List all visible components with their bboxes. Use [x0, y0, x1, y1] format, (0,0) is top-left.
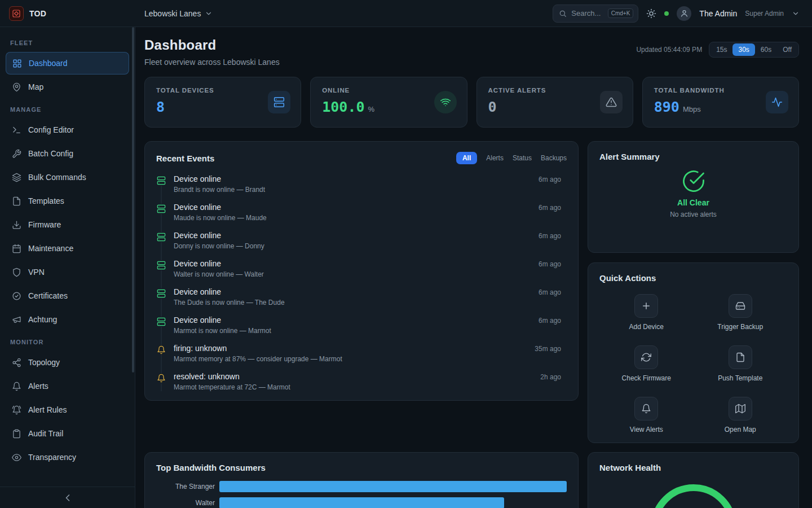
event-row[interactable]: Device online Donny is now online — Donn…	[156, 226, 561, 255]
stat-value: 100.0	[322, 99, 364, 115]
sidebar-item-bulk-commands[interactable]: Bulk Commands	[6, 166, 129, 189]
filter-tab-status[interactable]: Status	[513, 154, 532, 162]
sidebar-item-audit-trail[interactable]: Audit Trail	[6, 422, 129, 445]
event-row[interactable]: Device online The Dude is now online — T…	[156, 283, 561, 311]
event-detail: Brandt is now online — Brandt	[174, 186, 531, 194]
user-menu-chevron-icon[interactable]	[792, 10, 800, 17]
org-switcher[interactable]: Lebowski Lanes	[135, 9, 213, 18]
event-detail: The Dude is now online — The Dude	[174, 299, 531, 306]
download-icon	[12, 220, 21, 230]
page-title: Dashboard	[144, 37, 280, 53]
refresh-option-60s[interactable]: 60s	[755, 43, 777, 56]
refresh-option-off[interactable]: Off	[777, 43, 797, 56]
filter-tab-backups[interactable]: Backups	[541, 154, 567, 162]
search-input[interactable]	[571, 9, 603, 17]
event-time: 2h ago	[540, 373, 561, 381]
events-scroll-area[interactable]: Device online Brandt is now online — Bra…	[156, 170, 567, 391]
sidebar-item-firmware[interactable]: Firmware	[6, 213, 129, 236]
stat-card-active-alerts: ACTIVE ALERTS 0	[476, 77, 633, 128]
sidebar-item-batch-config[interactable]: Batch Config	[6, 142, 129, 165]
bar-label: Walter	[156, 499, 219, 507]
event-row[interactable]: resolved: unknown Marmot temperature at …	[156, 367, 561, 391]
avatar[interactable]	[677, 6, 691, 21]
alert-status-note: No active alerts	[670, 211, 717, 218]
quick-action-view-alerts[interactable]: View Alerts	[630, 397, 663, 433]
quick-action-label: Check Firmware	[622, 374, 671, 382]
sidebar-collapse-chevron-icon[interactable]	[62, 492, 73, 503]
stat-card-total-bandwidth: TOTAL BANDWIDTH 890 Mbps	[642, 77, 799, 128]
bandwidth-row: The Stranger	[156, 481, 567, 492]
bandwidth-bars: The Stranger Walter	[156, 481, 567, 508]
sidebar-item-label: Topology	[28, 358, 60, 367]
stat-card-online: ONLINE 100.0 %	[310, 77, 467, 128]
refresh-interval-control: 15s 30s 60s Off	[709, 42, 799, 58]
quick-action-push-template[interactable]: Push Template	[718, 345, 762, 382]
refresh-option-30s[interactable]: 30s	[732, 43, 754, 56]
stats-row: TOTAL DEVICES 8 ONLINE 100.0 %	[144, 77, 799, 128]
refresh-option-15s[interactable]: 15s	[710, 43, 732, 56]
quick-action-label: Add Device	[629, 323, 664, 331]
event-row[interactable]: Device online Brandt is now online — Bra…	[156, 170, 561, 198]
quick-action-open-map[interactable]: Open Map	[725, 397, 756, 433]
event-row[interactable]: Device online Maude is now online — Maud…	[156, 198, 561, 226]
sidebar: FLEET Dashboard Map MANAGE Config Editor…	[0, 27, 135, 508]
sidebar-item-achtung[interactable]: Achtung	[6, 308, 129, 331]
event-row[interactable]: firing: unknown Marmot memory at 87% — c…	[156, 339, 561, 367]
sidebar-item-label: Firmware	[28, 220, 61, 229]
sidebar-item-topology[interactable]: Topology	[6, 351, 129, 374]
alert-summary-title: Alert Summary	[599, 152, 787, 161]
stat-unit: Mbps	[683, 105, 701, 113]
megaphone-icon	[12, 315, 21, 325]
page-header: Dashboard Fleet overview across Lebowski…	[144, 37, 799, 67]
file-icon	[729, 345, 752, 369]
sidebar-section-monitor: MONITOR	[0, 332, 135, 350]
sidebar-scrollbar[interactable]	[132, 27, 134, 373]
sidebar-item-map[interactable]: Map	[6, 76, 129, 98]
server-icon	[268, 91, 290, 113]
network-health-title: Network Health	[599, 463, 787, 472]
quick-action-add-device[interactable]: Add Device	[629, 294, 664, 331]
sidebar-item-alerts[interactable]: Alerts	[6, 375, 129, 397]
map-icon	[729, 397, 752, 421]
search-box[interactable]: Cmd+K	[553, 5, 638, 23]
user-name: The Admin	[699, 9, 737, 18]
event-detail: Donny is now online — Donny	[174, 242, 531, 250]
sidebar-item-label: Dashboard	[29, 59, 68, 68]
online-status-dot	[664, 11, 669, 16]
sidebar-item-label: Alert Rules	[28, 405, 67, 414]
filter-tab-alerts[interactable]: Alerts	[486, 154, 504, 162]
search-icon	[559, 10, 567, 17]
sidebar-item-certificates[interactable]: Certificates	[6, 284, 129, 307]
event-row[interactable]: Device online Walter is now online — Wal…	[156, 255, 561, 283]
activity-icon	[766, 91, 788, 113]
event-row[interactable]: Device online Marmot is now online — Mar…	[156, 311, 561, 339]
layers-icon	[12, 173, 21, 182]
event-detail: Walter is now online — Walter	[174, 270, 531, 278]
shield-icon	[12, 268, 21, 277]
sidebar-item-vpn[interactable]: VPN	[6, 261, 129, 283]
quick-actions-card: Quick Actions Add Device Trigger Backup	[588, 262, 799, 443]
sidebar-item-config-editor[interactable]: Config Editor	[6, 119, 129, 141]
quick-actions-title: Quick Actions	[599, 273, 787, 283]
event-time: 6m ago	[539, 317, 561, 325]
theme-toggle-sun-icon[interactable]	[646, 8, 656, 19]
right-column: Alert Summary All Clear No active alerts…	[588, 141, 799, 443]
filter-tab-all[interactable]: All	[456, 152, 477, 164]
file-icon	[12, 196, 21, 206]
server-icon	[156, 232, 166, 242]
top-bar: TOD Lebowski Lanes Cmd+K The Adm	[0, 0, 812, 27]
server-icon	[156, 204, 166, 214]
sidebar-item-maintenance[interactable]: Maintenance	[6, 237, 129, 260]
plus-icon	[634, 294, 658, 318]
sidebar-item-templates[interactable]: Templates	[6, 190, 129, 212]
sidebar-item-dashboard[interactable]: Dashboard	[6, 52, 129, 75]
badge-check-icon	[12, 291, 21, 301]
sidebar-item-alert-rules[interactable]: Alert Rules	[6, 398, 129, 421]
wifi-icon	[434, 91, 457, 113]
quick-action-trigger-backup[interactable]: Trigger Backup	[717, 294, 763, 331]
event-title: Device online	[174, 316, 531, 325]
quick-action-check-firmware[interactable]: Check Firmware	[622, 345, 671, 382]
server-icon	[156, 176, 166, 186]
event-title: firing: unknown	[174, 344, 527, 353]
sidebar-item-transparency[interactable]: Transparency	[6, 446, 129, 468]
